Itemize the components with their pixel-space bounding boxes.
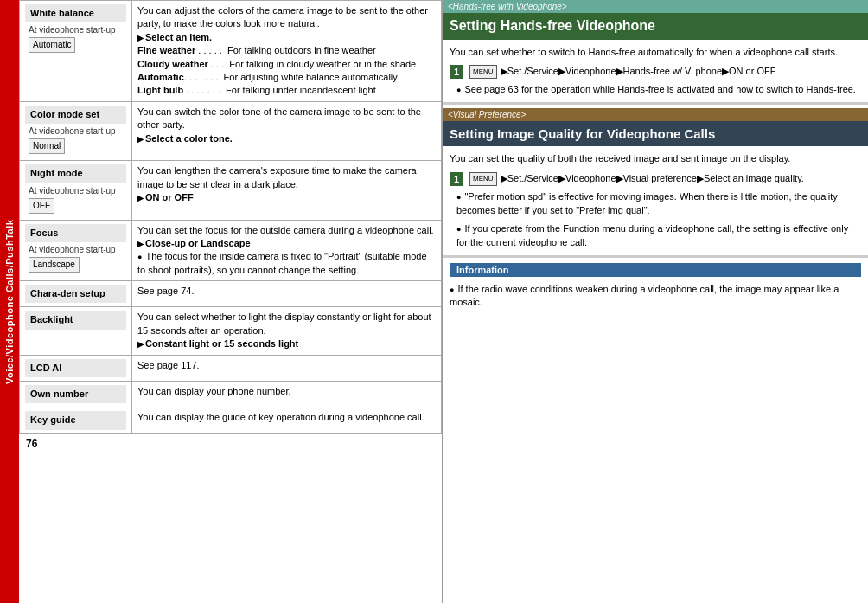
row-label: LCD AI	[25, 359, 126, 377]
section-tag-visual: <Visual Preference>	[443, 108, 868, 121]
row-label-cell: White balance At videophone start-up Aut…	[20, 1, 132, 102]
bullet-visual-2: If you operate from the Function menu du…	[456, 223, 848, 248]
row-description: You can set the focus for the outside ca…	[132, 220, 442, 281]
table-row: Own number You can display your phone nu…	[20, 382, 442, 407]
section-header-visual: Setting Image Quality for Videophone Cal…	[443, 121, 868, 147]
row-description: You can switch the color tone of the cam…	[132, 101, 442, 160]
side-label: Voice/Videophone Calls/PushTalk	[0, 0, 19, 603]
table-row: LCD AI See page 117.	[20, 355, 442, 381]
row-description: See page 117.	[132, 355, 442, 381]
section-tag-handsfree: <Hands-free with Videophone>	[443, 0, 868, 13]
info-section: Information If the radio wave conditions…	[443, 263, 868, 313]
row-label: Key guide	[25, 411, 126, 429]
left-panel: White balance At videophone start-up Aut…	[19, 0, 443, 603]
table-row: White balance At videophone start-up Aut…	[20, 1, 442, 102]
row-description: You can select whether to light the disp…	[132, 307, 442, 355]
row-label: White balance	[25, 4, 126, 22]
settings-table: White balance At videophone start-up Aut…	[19, 0, 442, 434]
bullet-handsfree: See page 63 for the operation while Hand…	[456, 84, 856, 94]
page-number: 76	[19, 434, 442, 453]
row-label: Backlight	[25, 311, 126, 329]
row-label: Night mode	[25, 164, 126, 183]
row-label-cell: Chara-den setup	[20, 281, 132, 307]
bullet-visual-1: "Prefer motion spd" is effective for mov…	[456, 191, 838, 216]
table-row: Night mode At videophone start-up OFF Yo…	[20, 161, 442, 220]
info-content: If the radio wave conditions weaken duri…	[443, 279, 868, 313]
row-label: Focus	[25, 224, 126, 242]
row-label: Color mode set	[25, 106, 126, 124]
section-intro-handsfree: You can set whether to switch to Hands-f…	[443, 40, 868, 103]
step1-path-handsfree: ▶Set./Service▶Videophone▶Hands-free w/ V…	[501, 66, 776, 76]
row-label-cell: Key guide	[20, 407, 132, 433]
row-label-cell: LCD AI	[20, 355, 132, 381]
row-label-cell: Night mode At videophone start-up OFF	[20, 161, 132, 220]
row-description: You can adjust the colors of the camera …	[132, 1, 442, 102]
table-row: Key guide You can display the guide of k…	[20, 407, 442, 433]
row-label-cell: Color mode set At videophone start-up No…	[20, 101, 132, 160]
row-label: Chara-den setup	[25, 285, 126, 303]
menu-icon: MENU	[469, 65, 497, 79]
section-intro-visual: You can set the quality of both the rece…	[443, 146, 868, 256]
row-description: See page 74.	[132, 281, 442, 307]
row-label: Own number	[25, 385, 126, 403]
menu-icon-visual: MENU	[469, 172, 497, 186]
row-description: You can lengthen the camera's exposure t…	[132, 161, 442, 220]
right-panel: <Hands-free with Videophone> Setting Han…	[443, 0, 868, 603]
step1-path-visual: ▶Set./Service▶Videophone▶Visual preferen…	[501, 173, 804, 183]
visual-preference-section: <Visual Preference> Setting Image Qualit…	[443, 108, 868, 258]
row-label-cell: Backlight	[20, 307, 132, 355]
section-header-handsfree: Setting Hands-free Videophone	[443, 13, 868, 40]
table-row: Focus At videophone start-up Landscape Y…	[20, 220, 442, 281]
step-number-1: 1	[450, 65, 463, 79]
step-number-1-visual: 1	[450, 172, 463, 186]
row-label-cell: Own number	[20, 382, 132, 407]
row-description: You can display your phone number.	[132, 382, 442, 407]
row-label-cell: Focus At videophone start-up Landscape	[20, 220, 132, 281]
table-row: Chara-den setup See page 74.	[20, 281, 442, 307]
table-row: Backlight You can select whether to ligh…	[20, 307, 442, 355]
row-description: You can display the guide of key operati…	[132, 407, 442, 433]
info-label: Information	[450, 263, 861, 277]
table-row: Color mode set At videophone start-up No…	[20, 101, 442, 160]
hands-free-section: <Hands-free with Videophone> Setting Han…	[443, 0, 868, 105]
